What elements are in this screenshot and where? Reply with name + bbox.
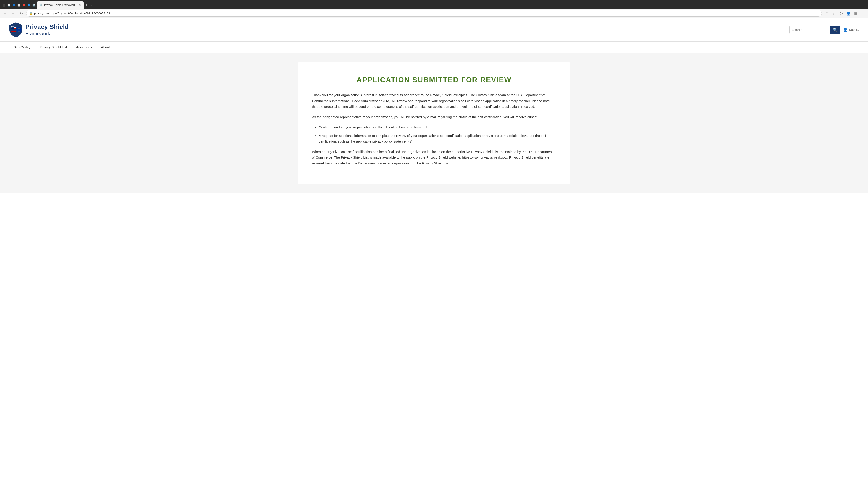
profile-button[interactable]: 👤 [845,10,852,17]
search-input[interactable] [789,26,830,34]
back-button[interactable]: ← [2,10,8,17]
search-box: 🔍 [789,26,840,34]
svg-text:★★★: ★★★ [11,27,14,28]
tab-favicon: 🛡️ [39,3,43,6]
tab-icon-7: 🅿️ [32,3,36,7]
site-header: ★★★ ★★★ ★ ★ ★ ★ ★ ★ Privacy Shield Frame… [0,18,868,41]
nav-link-self-certify[interactable]: Self-Certify [9,41,35,53]
nav-item-self-certify: Self-Certify [9,41,35,53]
nav-item-privacy-shield-list: Privacy Shield List [35,41,72,53]
site-nav: Self-Certify Privacy Shield List Audienc… [0,41,868,53]
forward-button[interactable]: → [10,10,16,17]
refresh-button[interactable]: ↻ [18,10,24,17]
search-button[interactable]: 🔍 [830,26,840,34]
tab-list-button[interactable]: ⌄ [89,3,94,7]
logo-title: Privacy Shield [25,23,68,31]
logo-text: Privacy Shield Framework [25,23,68,37]
user-icon: 👤 [843,28,848,32]
bullet-list: Confirmation that your organization's se… [319,124,556,144]
paragraph-1: Thank you for your organization's intere… [312,92,556,109]
address-bar[interactable]: 🔒 privacyshield.gov/PaymentConfirmation?… [26,10,822,17]
tab-icon-6: 🔷 [27,3,31,7]
shield-icon: ★★★ ★★★ ★ ★ ★ ★ ★ ★ [9,22,23,38]
bookmark-button[interactable]: ☆ [831,10,837,17]
content-body: Thank you for your organization's intere… [312,92,556,166]
page-title: APPLICATION SUBMITTED FOR REVIEW [312,76,556,84]
tab-title: Privacy Shield Framework [44,3,75,6]
svg-rect-3 [11,30,16,30]
svg-rect-4 [11,31,16,32]
nav-link-about[interactable]: About [96,41,114,53]
nav-item-audiences: Audiences [72,41,96,53]
browser-toolbar: ← → ↻ 🔒 privacyshield.gov/PaymentConfirm… [0,8,868,18]
bullet-item-2: A request for additional information to … [319,133,556,144]
menu-button[interactable]: ⋮ [860,10,866,17]
tab-icons-area: ⬛ 🔄 🔵 ⬜ 🔴 🔷 🅿️ [2,3,36,7]
extensions-button[interactable]: ⬡ [838,10,844,17]
toolbar-actions: ⤴ ☆ ⬡ 👤 ▤ ⋮ [824,10,866,17]
paragraph-2: As the designated representative of your… [312,114,556,120]
tab-icon-1: ⬛ [2,3,6,7]
user-name: Seth L. [849,28,859,32]
logo-subtitle: Framework [25,31,68,37]
main-content: APPLICATION SUBMITTED FOR REVIEW Thank y… [0,53,868,193]
tab-icon-5: 🔴 [22,3,26,7]
share-button[interactable]: ⤴ [824,10,830,17]
user-info: 👤 Seth L. [843,28,859,32]
secure-icon: 🔒 [29,12,33,15]
nav-item-about: About [96,41,114,53]
content-card: APPLICATION SUBMITTED FOR REVIEW Thank y… [298,62,569,184]
tab-icon-3: 🔵 [12,3,16,7]
browser-tabs: ⬛ 🔄 🔵 ⬜ 🔴 🔷 🅿️ 🛡️ Privacy Shield Framewo… [0,0,868,8]
site-logo[interactable]: ★★★ ★★★ ★ ★ ★ ★ ★ ★ Privacy Shield Frame… [9,22,68,38]
active-tab[interactable]: 🛡️ Privacy Shield Framework ✕ [37,1,84,8]
svg-text:★ ★: ★ ★ [18,31,20,32]
nav-link-privacy-shield-list[interactable]: Privacy Shield List [35,41,72,53]
url-display: privacyshield.gov/PaymentConfirmation?id… [34,12,110,15]
website: ★★★ ★★★ ★ ★ ★ ★ ★ ★ Privacy Shield Frame… [0,18,868,488]
new-tab-button[interactable]: + [84,3,89,7]
nav-list: Self-Certify Privacy Shield List Audienc… [9,41,859,53]
nav-link-audiences[interactable]: Audiences [72,41,96,53]
tab-icon-4: ⬜ [17,3,21,7]
search-icon: 🔍 [833,28,837,32]
tab-close-icon[interactable]: ✕ [79,3,81,6]
sidebar-button[interactable]: ▤ [852,10,859,17]
browser-chrome: ⬛ 🔄 🔵 ⬜ 🔴 🔷 🅿️ 🛡️ Privacy Shield Framewo… [0,0,868,18]
paragraph-3: When an organization's self-certificatio… [312,149,556,166]
header-right: 🔍 👤 Seth L. [789,26,859,34]
bullet-item-1: Confirmation that your organization's se… [319,124,556,130]
tab-icon-2: 🔄 [7,3,11,7]
